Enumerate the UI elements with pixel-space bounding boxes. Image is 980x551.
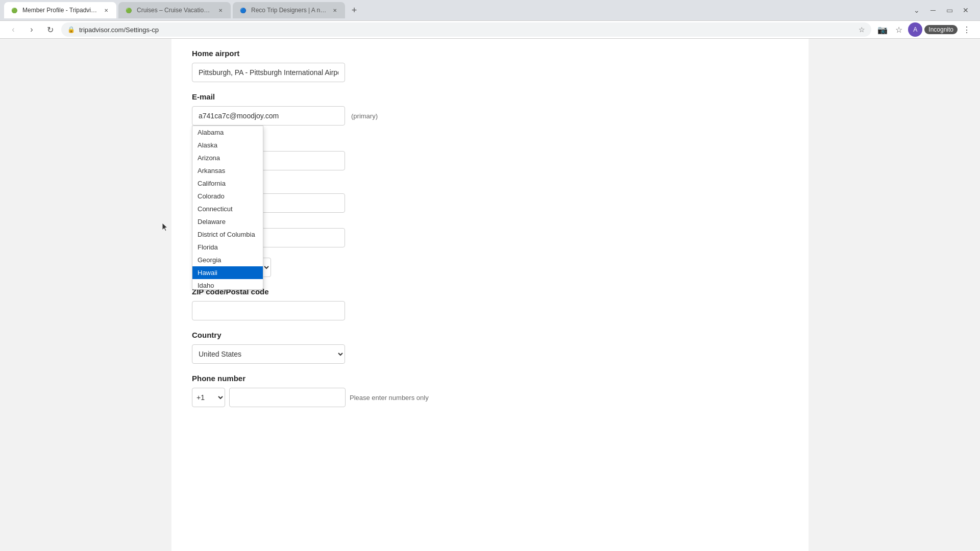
phone-code-select[interactable]: +1 +44 <box>192 388 225 407</box>
minimize-button[interactable]: ─ <box>927 4 939 16</box>
state-list[interactable]: Alabama Alaska Arizona Arkansas Californ… <box>192 126 263 289</box>
bookmark-icon[interactable]: ☆ <box>859 26 865 34</box>
close-button[interactable]: ✕ <box>960 4 972 16</box>
state-option-connecticut[interactable]: Connecticut <box>192 203 263 215</box>
home-airport-input[interactable] <box>192 63 345 82</box>
email-input[interactable] <box>192 106 345 126</box>
extra-field-row2 <box>192 193 788 213</box>
zip-code-label: ZIP code/Postal code <box>192 287 788 296</box>
phone-input[interactable] <box>229 388 346 407</box>
state-option-idaho[interactable]: Idaho <box>192 279 263 289</box>
extra-field-row3 <box>192 228 788 247</box>
tab3-favicon: 🔵 <box>239 6 247 14</box>
tab-member-profile[interactable]: 🟢 Member Profile - Tripadvisor ✕ <box>4 2 116 18</box>
avatar[interactable]: A <box>908 22 922 37</box>
state-option-arizona[interactable]: Arizona <box>192 152 263 164</box>
state-option-hawaii[interactable]: Hawaii <box>192 266 263 279</box>
tab-reco[interactable]: 🔵 Reco Trip Designers | A new kind... ✕ <box>233 2 345 18</box>
spacer1 <box>192 136 788 151</box>
state-option-arkansas[interactable]: Arkansas <box>192 164 263 177</box>
country-select[interactable]: United States Canada United Kingdom Aust… <box>192 344 345 364</box>
window-controls: ⌄ ─ ▭ ✕ <box>911 4 976 16</box>
tab1-label: Member Profile - Tripadvisor <box>22 7 98 14</box>
email-label: E-mail <box>192 92 788 101</box>
primary-badge: (primary) <box>351 112 378 120</box>
email-section: E-mail Alabama Alaska Arizona Arkansas C… <box>192 92 788 126</box>
incognito-badge: Incognito <box>924 25 958 34</box>
zip-code-input[interactable] <box>192 301 345 320</box>
tab2-label: Cruises – Cruise Vacations: 2023 <box>137 7 212 14</box>
state-province-section: State/Province Hawaii <box>192 258 788 277</box>
tab2-close[interactable]: ✕ <box>216 6 225 14</box>
menu-icon[interactable]: ⋮ <box>960 22 974 37</box>
dropdown-icon[interactable]: ⌄ <box>911 4 923 16</box>
home-airport-section: Home airport <box>192 49 788 82</box>
zip-code-section: ZIP code/Postal code <box>192 287 788 320</box>
email-row: Alabama Alaska Arizona Arkansas Californ… <box>192 106 788 126</box>
profile-icon[interactable]: A <box>908 22 922 37</box>
url-bar[interactable]: 🔒 tripadvisor.com/Settings-cp ☆ <box>61 22 871 37</box>
country-section: Country United States Canada United King… <box>192 331 788 364</box>
forward-button[interactable]: › <box>24 22 39 37</box>
address-bar: ‹ › ↻ 🔒 tripadvisor.com/Settings-cp ☆ 📷 … <box>0 20 980 39</box>
extra-field-row <box>192 151 788 170</box>
country-label: Country <box>192 331 788 339</box>
tab1-close[interactable]: ✕ <box>102 6 110 14</box>
phone-hint: Please enter numbers only <box>350 394 429 402</box>
phone-number-section: Phone number +1 +44 Please enter numbers… <box>192 374 788 407</box>
home-airport-label: Home airport <box>192 49 788 58</box>
tab1-favicon: 🟢 <box>10 6 18 14</box>
title-bar: 🟢 Member Profile - Tripadvisor ✕ 🟢 Cruis… <box>0 0 980 20</box>
reload-button[interactable]: ↻ <box>43 22 57 37</box>
state-option-dc[interactable]: District of Columbia <box>192 228 263 241</box>
lock-icon: 🔒 <box>67 26 75 33</box>
phone-number-label: Phone number <box>192 374 788 383</box>
tab3-close[interactable]: ✕ <box>331 6 339 14</box>
page-content: Home airport E-mail Alabama Alaska Ari <box>172 39 808 551</box>
tab2-favicon: 🟢 <box>125 6 133 14</box>
state-dropdown[interactable]: Alabama Alaska Arizona Arkansas Californ… <box>192 126 263 290</box>
toolbar-icons: 📷 ☆ A Incognito ⋮ <box>875 22 974 37</box>
state-option-delaware[interactable]: Delaware <box>192 215 263 228</box>
cast-icon[interactable]: 📷 <box>875 22 890 37</box>
state-option-florida[interactable]: Florida <box>192 241 263 254</box>
state-option-georgia[interactable]: Georgia <box>192 254 263 266</box>
state-option-alaska[interactable]: Alaska <box>192 139 263 152</box>
partial-label: ...ed) <box>192 181 788 188</box>
state-option-alabama[interactable]: Alabama <box>192 126 263 139</box>
maximize-button[interactable]: ▭ <box>943 4 955 16</box>
tab3-label: Reco Trip Designers | A new kind... <box>251 7 327 14</box>
page-wrapper: Home airport E-mail Alabama Alaska Ari <box>0 39 980 551</box>
back-button[interactable]: ‹ <box>6 22 20 37</box>
email-dropdown-container: Alabama Alaska Arizona Arkansas Californ… <box>192 106 345 126</box>
state-option-colorado[interactable]: Colorado <box>192 190 263 203</box>
url-text: tripadvisor.com/Settings-cp <box>79 26 854 34</box>
state-option-california[interactable]: California <box>192 177 263 190</box>
spacer2 <box>192 223 788 228</box>
new-tab-button[interactable]: + <box>347 3 361 17</box>
bookmark-toolbar-icon[interactable]: ☆ <box>892 22 906 37</box>
phone-row: +1 +44 Please enter numbers only <box>192 388 788 407</box>
tab-cruises[interactable]: 🟢 Cruises – Cruise Vacations: 2023 ✕ <box>118 2 231 18</box>
